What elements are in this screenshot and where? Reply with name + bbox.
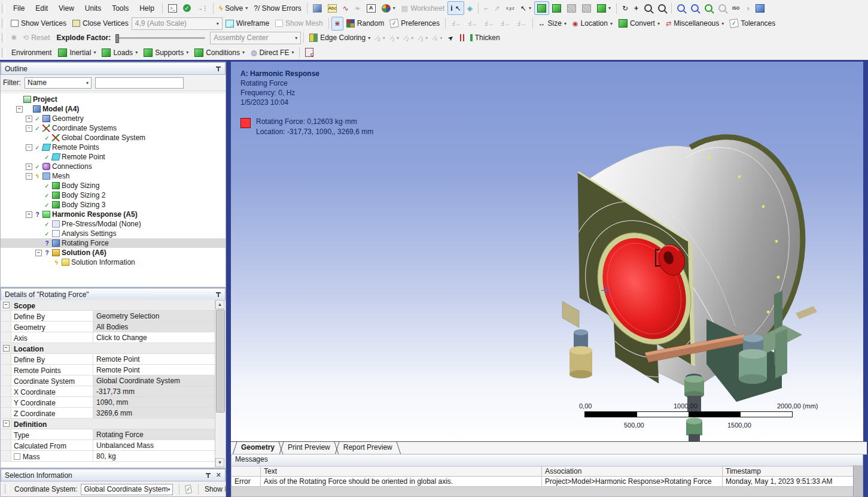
details-group-definition[interactable]: −Definition — [1, 419, 215, 429]
select-mesh-element-button[interactable] — [579, 1, 594, 15]
tree-expander[interactable] — [45, 259, 51, 266]
fe-transform-button-1[interactable]: Ⅎ→ — [448, 17, 464, 31]
select-single-button[interactable] — [534, 1, 549, 15]
size-menu-button[interactable]: ↔Size▾ — [535, 17, 569, 31]
show-vertices-button[interactable]: Show Vertices — [8, 17, 69, 31]
supports-menu-button[interactable]: Supports▾ — [141, 46, 191, 59]
direct-fe-menu-button[interactable]: ◍Direct FE▾ — [248, 46, 297, 59]
severity-column-header[interactable] — [232, 466, 261, 477]
text-label-button[interactable]: A — [364, 1, 379, 15]
selection-information-toggle[interactable]: i↖ — [447, 1, 464, 15]
tree-expander[interactable] — [35, 231, 42, 237]
toolbar-grip[interactable] — [2, 19, 5, 28]
fe-transform-button-5[interactable]: Ⅎ→ — [513, 17, 529, 31]
explode-factor-slider[interactable] — [115, 37, 205, 39]
snap-button[interactable]: ↗ — [491, 1, 503, 15]
menu-file[interactable]: File — [8, 1, 30, 16]
tree-item-body-sizing-2[interactable]: ✓Body Sizing 2 — [1, 190, 226, 200]
collapse-box[interactable]: − — [3, 302, 10, 308]
explode-view-button[interactable]: ✺ — [8, 31, 20, 45]
close-vertices-button[interactable]: Close Vertices — [69, 17, 132, 31]
tree-item-remote-point[interactable]: ✓Remote Point — [1, 152, 226, 162]
edge-direction-pin-button[interactable]: ➤ — [445, 31, 456, 45]
tree-item-solution[interactable]: −?Solution (A6) — [1, 248, 226, 257]
tab-geometry[interactable]: Geometry — [235, 442, 281, 454]
tree-expander[interactable]: − — [26, 173, 32, 180]
tree-expander[interactable]: + — [26, 163, 32, 170]
check-icon[interactable]: ✓ — [185, 484, 193, 493]
zoom-button[interactable] — [641, 1, 655, 15]
explode-reset-button[interactable]: ⟲Reset — [20, 31, 53, 45]
tree-item-analysis-settings[interactable]: ✓Analysis Settings — [1, 229, 226, 238]
tag-button[interactable]: ◈ — [464, 1, 476, 15]
tab-print-preview[interactable]: Print Preview — [282, 442, 336, 454]
edge-direction-2-button[interactable]: ∕₂▾ — [402, 31, 416, 45]
tree-expander[interactable]: − — [26, 144, 32, 151]
iso-view-button[interactable]: ISO — [729, 1, 742, 15]
tree-item-remote-points[interactable]: −✓Remote Points — [1, 143, 226, 152]
box-zoom-button[interactable] — [688, 1, 702, 15]
location-menu-button[interactable]: ◉Location▾ — [569, 17, 616, 31]
probe-button[interactable]: ❧ — [352, 1, 364, 15]
edge-direction-1-button[interactable]: ∕₁▾ — [388, 31, 402, 45]
graphics-viewport[interactable]: A: Harmonic Response Rotating Force Freq… — [231, 62, 863, 441]
tree-item-coordinate-systems[interactable]: −✓Coordinate Systems — [1, 123, 226, 133]
tree-item-connections[interactable]: +✓Connections — [1, 162, 226, 171]
filter-type-select[interactable]: Name▾ — [25, 77, 92, 89]
details-scrollbar[interactable]: ▲ ▼ — [215, 300, 225, 467]
frame-splitter[interactable] — [226, 62, 231, 497]
tree-expander[interactable] — [35, 192, 42, 199]
tree-expander[interactable]: − — [16, 106, 23, 113]
select-box-button[interactable] — [549, 1, 564, 15]
scroll-up-arrow[interactable]: ▲ — [215, 300, 224, 309]
edge-coloring-button[interactable]: Edge Coloring▾ — [306, 31, 373, 45]
show-errors-button[interactable]: ?/ Show Errors — [251, 1, 304, 15]
fe-transform-button-2[interactable]: Ⅎ→ — [464, 17, 480, 31]
tree-expander[interactable]: − — [26, 125, 32, 132]
tree-item-geometry[interactable]: +✓Geometry — [1, 114, 226, 123]
close-icon[interactable]: ✕ — [216, 471, 221, 479]
zoom-back-button[interactable] — [702, 1, 715, 15]
edge-direction-x-button[interactable]: ∕ₓ▾ — [431, 31, 445, 45]
tree-item-harmonic-response[interactable]: −?Harmonic Response (A5) — [1, 210, 226, 219]
tree-expander[interactable]: − — [35, 250, 42, 256]
tree-expander[interactable]: + — [26, 116, 32, 122]
miscellaneous-menu-button[interactable]: ⇄Miscellaneous▾ — [663, 17, 727, 31]
tree-expander[interactable] — [35, 221, 42, 228]
pin-icon[interactable] — [205, 472, 211, 478]
messages-scrollbar[interactable] — [853, 465, 863, 496]
details-group-scope[interactable]: −Scope — [1, 300, 215, 311]
chart-button[interactable]: ∿ — [340, 1, 352, 15]
breakpoints-button[interactable]: →⋮ — [194, 1, 211, 15]
scroll-thumb[interactable] — [216, 310, 225, 413]
tree-item-pre-stress-modal[interactable]: ✓Pre-Stress/Modal (None) — [1, 219, 226, 229]
look-at-button[interactable]: ◑ — [742, 1, 753, 15]
tree-item-project[interactable]: Project — [1, 95, 226, 104]
viewports-button[interactable] — [753, 1, 768, 15]
scroll-down-arrow[interactable]: ▼ — [215, 458, 224, 467]
tree-expander[interactable] — [7, 96, 13, 103]
menu-help[interactable]: Help — [134, 1, 160, 16]
tree-expander[interactable] — [35, 154, 42, 160]
collapse-box[interactable]: − — [3, 345, 10, 351]
filter-text-input[interactable] — [95, 77, 184, 89]
vertex-scale-combobox[interactable]: 4,9 (Auto Scale)▾ — [132, 17, 223, 30]
toolbar-grip[interactable] — [2, 4, 5, 13]
report-button[interactable] — [302, 46, 316, 59]
beam-display-button[interactable]: ⋇ — [331, 17, 343, 31]
tree-item-model[interactable]: −Model (A4) — [1, 104, 226, 114]
convert-menu-button[interactable]: Convert▾ — [616, 17, 663, 31]
status-ok-button[interactable]: ✓ — [180, 1, 194, 15]
image-capture-button[interactable]: ▾ — [379, 1, 398, 15]
association-column-header[interactable]: Association — [542, 466, 723, 477]
mass-checkbox[interactable] — [14, 453, 20, 460]
toolbar-grip[interactable] — [5, 484, 8, 494]
show-mesh-button[interactable]: Show Mesh — [272, 17, 326, 31]
pan-button[interactable]: + — [631, 1, 641, 15]
worksheet-button[interactable]: ▤Worksheet — [398, 1, 447, 15]
tab-report-preview[interactable]: Report Preview — [337, 442, 398, 454]
zoom-in-button[interactable] — [655, 1, 669, 15]
solve-button[interactable]: ϟSolve▾ — [216, 1, 251, 15]
details-group-location[interactable]: −Location — [1, 343, 215, 354]
toolbar-grip[interactable] — [2, 33, 5, 43]
